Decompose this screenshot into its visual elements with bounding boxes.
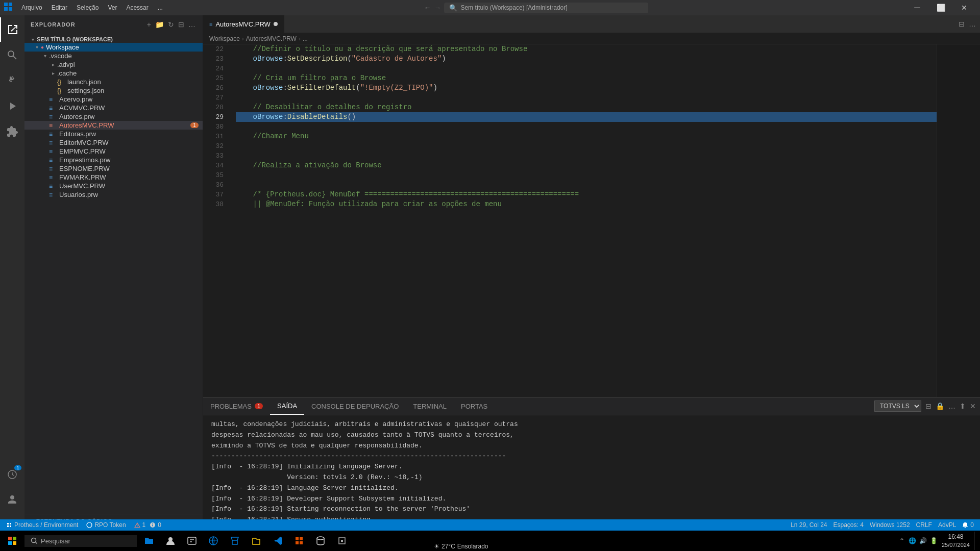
tab-problems[interactable]: PROBLEMAS 1 xyxy=(203,397,270,415)
status-line-ending[interactable]: CRLF xyxy=(914,521,934,529)
clear-panel-button[interactable]: ⊟ xyxy=(925,402,932,410)
status-notifications[interactable]: 0 xyxy=(960,521,976,529)
status-errors[interactable]: 1 0 xyxy=(132,521,163,529)
battery-icon[interactable]: 🔋 xyxy=(930,537,938,544)
taskbar-icon-totvs[interactable] xyxy=(289,531,309,551)
taskbar-icon-protheus[interactable] xyxy=(332,531,352,551)
taskbar-icon-db[interactable] xyxy=(310,531,331,551)
file-launch-json[interactable]: {} launch.json xyxy=(24,78,203,86)
breadcrumb-file[interactable]: AutoresMVC.PRW xyxy=(246,35,297,42)
refresh-button[interactable]: ↻ xyxy=(167,19,175,30)
folder-cache[interactable]: ▸ .cache xyxy=(24,69,203,78)
file-editormvc[interactable]: ▸ ≡ EditorMVC.PRW xyxy=(24,138,203,147)
activity-remote[interactable]: 1 xyxy=(0,462,24,487)
menu-acessar[interactable]: Acessar xyxy=(122,3,152,12)
file-settings-json[interactable]: {} settings.json xyxy=(24,86,203,95)
cursor-position: Ln 29, Col 24 xyxy=(791,521,827,529)
weather-temp: 27°C xyxy=(442,543,455,550)
menu-bar: Arquivo Editar Seleção Ver Acessar ... xyxy=(17,3,167,12)
file-autores[interactable]: ▸ ≡ Autores.prw xyxy=(24,112,203,121)
file-emprestimos[interactable]: ▸ ≡ Emprestimos.prw xyxy=(24,156,203,164)
folder-vscode[interactable]: ▾ .vscode xyxy=(24,52,203,60)
activity-run[interactable] xyxy=(0,94,24,118)
code-editor[interactable]: 22 23 24 25 26 27 28 29 30 31 32 33 34 3… xyxy=(203,44,980,397)
status-cursor[interactable]: Ln 29, Col 24 xyxy=(789,521,829,529)
activity-source-control[interactable] xyxy=(0,68,24,93)
file-autoresmvc[interactable]: ▸ ≡ AutoresMVC.PRW 1 xyxy=(24,121,203,130)
menu-editar[interactable]: Editar xyxy=(47,3,71,12)
output-line-1: despesas relacionadas ao mau uso, causad… xyxy=(211,430,972,441)
volume-icon[interactable]: 🔊 xyxy=(919,537,927,544)
start-button[interactable] xyxy=(0,531,24,551)
nav-forward-button[interactable]: → xyxy=(434,4,441,12)
more-actions-button[interactable]: … xyxy=(187,19,197,30)
file-empmvc[interactable]: ▸ ≡ EMPMVC.PRW xyxy=(24,147,203,156)
new-folder-button[interactable]: 📁 xyxy=(154,19,165,30)
lock-scroll-button[interactable]: 🔒 xyxy=(936,402,944,410)
menu-more[interactable]: ... xyxy=(154,3,167,12)
close-button[interactable]: ✕ xyxy=(952,0,976,15)
code-content[interactable]: //Definir o título ou a descrição que se… xyxy=(228,44,937,397)
activity-search[interactable] xyxy=(0,43,24,67)
breadcrumb-workspace[interactable]: Workspace xyxy=(209,35,240,42)
file-acvmvc[interactable]: ▸ ≡ ACVMVC.PRW xyxy=(24,104,203,112)
tab-output[interactable]: SAÍDA xyxy=(270,397,304,415)
status-rpo[interactable]: RPO Token xyxy=(84,521,128,529)
network-icon[interactable]: 🌐 xyxy=(909,537,916,544)
taskbar-icon-files[interactable] xyxy=(246,531,266,551)
nav-back-button[interactable]: ← xyxy=(424,4,431,12)
output-source-selector[interactable]: TOTVS LS xyxy=(874,400,921,412)
restore-button[interactable]: ⬜ xyxy=(929,0,952,15)
file-fwmark[interactable]: ▸ ≡ FWMARK.PRW xyxy=(24,173,203,182)
taskbar-pinned-icons xyxy=(139,531,352,551)
file-usermvc[interactable]: ▸ ≡ UserMVC.PRW xyxy=(24,182,203,190)
activity-extensions[interactable] xyxy=(0,119,24,144)
file-acervo[interactable]: ▸ ≡ Acervo.prw xyxy=(24,95,203,104)
line-num-25: 25 xyxy=(207,73,224,83)
show-desktop-button[interactable] xyxy=(974,532,976,550)
clock-date: 25/07/2024 xyxy=(942,541,970,549)
menu-ver[interactable]: Ver xyxy=(104,3,121,12)
file-espnome[interactable]: ▸ ≡ ESPNOME.PRW xyxy=(24,164,203,173)
status-spaces[interactable]: Espaços: 4 xyxy=(831,521,866,529)
close-panel-button[interactable]: ✕ xyxy=(970,402,976,410)
tab-autoresmvc[interactable]: ≡ AutoresMVC.PRW xyxy=(203,15,284,33)
tray-chevron[interactable]: ⌃ xyxy=(899,537,904,544)
taskbar-icon-explorer[interactable] xyxy=(139,531,159,551)
minimize-button[interactable]: ─ xyxy=(905,0,929,15)
more-tab-actions-button[interactable]: … xyxy=(969,20,976,28)
search-bar[interactable]: 🔍 Sem título (Workspace) [Administrador] xyxy=(444,3,648,13)
taskbar-icon-person2[interactable] xyxy=(182,531,202,551)
collapse-all-button[interactable]: ⊟ xyxy=(177,19,185,30)
weather-display[interactable]: ☀ 27°C Ensolarado xyxy=(434,543,488,550)
breadcrumb-symbol[interactable]: ... xyxy=(303,35,308,42)
clock[interactable]: 16:48 25/07/2024 xyxy=(942,533,970,549)
new-file-button[interactable]: + xyxy=(146,19,152,30)
folder-workspace[interactable]: ▾ ● Workspace xyxy=(24,43,203,52)
workspace-root[interactable]: ▾ SEM TÍTULO (WORKSPACE) xyxy=(24,36,203,43)
status-encoding[interactable]: Windows 1252 xyxy=(868,521,912,529)
maximize-panel-button[interactable]: ⬆ xyxy=(960,402,966,410)
menu-arquivo[interactable]: Arquivo xyxy=(17,3,46,12)
tab-ports[interactable]: PORTAS xyxy=(454,397,495,415)
activity-explorer[interactable] xyxy=(0,17,24,42)
status-remote[interactable]: Protheus / Environment xyxy=(4,521,80,529)
prw-icon10: ≡ xyxy=(49,174,57,181)
split-editor-button[interactable]: ⊟ xyxy=(959,20,965,28)
tab-debug-console[interactable]: CONSOLE DE DEPURAÇÃO xyxy=(304,397,406,415)
search-box[interactable]: Pesquisar xyxy=(24,535,137,547)
taskbar-icon-user[interactable] xyxy=(160,531,181,551)
panel-more-button[interactable]: … xyxy=(948,402,955,410)
folder-advpl[interactable]: ▸ .advpl xyxy=(24,60,203,69)
taskbar-icon-store[interactable] xyxy=(225,531,245,551)
activity-account[interactable] xyxy=(0,488,24,512)
line-num-26: 26 xyxy=(207,83,224,93)
taskbar-icon-browser[interactable] xyxy=(203,531,224,551)
status-language[interactable]: AdvPL xyxy=(936,521,958,529)
tab-terminal[interactable]: TERMINAL xyxy=(406,397,454,415)
file-usuarios[interactable]: ▸ ≡ Usuarios.prw xyxy=(24,190,203,199)
prw-icon11: ≡ xyxy=(49,183,57,190)
taskbar-icon-vscode[interactable] xyxy=(267,531,288,551)
file-editoras[interactable]: ▸ ≡ Editoras.prw xyxy=(24,130,203,138)
menu-selecao[interactable]: Seleção xyxy=(72,3,103,12)
